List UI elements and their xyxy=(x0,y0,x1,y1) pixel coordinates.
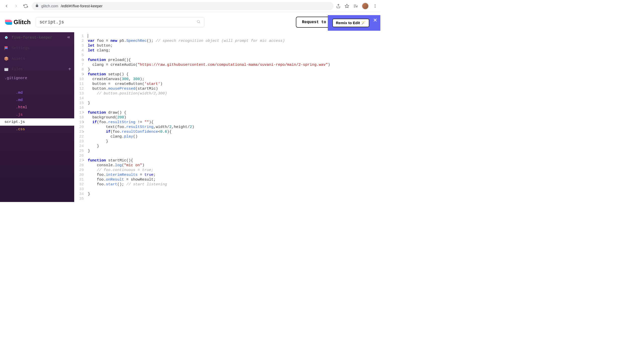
svg-rect-14 xyxy=(5,48,8,49)
add-file-button[interactable]: + xyxy=(68,66,71,72)
svg-rect-17 xyxy=(5,68,8,69)
code-line[interactable]: } xyxy=(88,144,380,149)
code-line[interactable]: foo.start(); // start listening xyxy=(88,182,380,187)
line-number: 30 xyxy=(74,173,84,177)
line-number: 9▾ xyxy=(74,72,84,77)
sidebar-item-assets[interactable]: Assets xyxy=(0,53,74,64)
search-icon xyxy=(196,20,200,25)
playlist-icon[interactable] xyxy=(353,4,358,8)
code-line[interactable]: foo.interimResults = true; xyxy=(88,173,380,177)
sidebar-item-settings[interactable]: Settings xyxy=(0,43,74,53)
browser-actions xyxy=(336,3,377,10)
code-line[interactable]: background(200) xyxy=(88,115,380,120)
svg-marker-0 xyxy=(345,4,349,8)
code-line[interactable]: // foo.continuous = true; xyxy=(88,168,380,173)
code-line[interactable] xyxy=(88,106,380,110)
code-line[interactable]: button.mousePressed(startMic) xyxy=(88,86,380,91)
app-header: Glitch Request to Join ⚡ Remix Remix to … xyxy=(0,12,380,32)
line-number: 34 xyxy=(74,192,84,196)
code-line[interactable]: if(foo.resultConfidence<0.6){ xyxy=(88,129,380,134)
file-item[interactable]: .css xyxy=(0,126,74,133)
line-number: 11 xyxy=(74,82,84,86)
code-line[interactable]: createCanvas(300, 300); xyxy=(88,77,380,82)
line-number: 24 xyxy=(74,144,84,149)
code-line[interactable]: if(foo.resultString != ""){ xyxy=(88,120,380,125)
line-number: 25 xyxy=(74,149,84,153)
project-name-row[interactable]: five-forest-keeper xyxy=(0,32,74,43)
main: five-forest-keeper Settings Assets Files… xyxy=(0,32,380,202)
collapse-sidebar-button[interactable] xyxy=(66,34,72,40)
menu-icon[interactable] xyxy=(373,4,377,8)
code-line[interactable] xyxy=(88,34,380,39)
close-icon[interactable]: ✕ xyxy=(373,17,377,23)
fold-icon[interactable]: ▾ xyxy=(83,129,84,134)
code-line[interactable]: console.log("mic on") xyxy=(88,163,380,168)
line-number: 23 xyxy=(74,139,84,144)
code-line[interactable] xyxy=(88,96,380,101)
code-line[interactable]: clang.play() xyxy=(88,134,380,139)
reload-button[interactable] xyxy=(22,3,29,10)
code-line[interactable]: clang = createAudio("https://raw.githubu… xyxy=(88,62,380,67)
file-item[interactable] xyxy=(0,82,74,89)
file-item[interactable]: .js xyxy=(0,111,74,118)
code-editor[interactable]: 123456▾789▾1011121314151617▾1819▾2021▾22… xyxy=(74,32,380,202)
code-line[interactable]: text(foo.resultString,width/2,height/2) xyxy=(88,125,380,129)
code-line[interactable]: } xyxy=(88,101,380,106)
line-number: 29 xyxy=(74,168,84,173)
svg-rect-15 xyxy=(5,46,5,50)
fold-icon[interactable]: ▾ xyxy=(83,158,84,163)
code-line[interactable]: foo.onResult = showResult; xyxy=(88,177,380,182)
back-button[interactable] xyxy=(3,3,10,10)
code-line[interactable] xyxy=(88,153,380,158)
code-area[interactable]: var foo = new p5.SpeechRec(); // speech … xyxy=(86,32,380,202)
glitch-logo[interactable]: Glitch xyxy=(5,19,31,26)
code-line[interactable]: function preload(){ xyxy=(88,58,380,62)
code-line[interactable]: // button.position(width/2,300) xyxy=(88,91,380,96)
code-line[interactable]: } xyxy=(88,139,380,144)
file-item[interactable]: .md xyxy=(0,96,74,104)
code-line[interactable]: } xyxy=(88,149,380,153)
browser-toolbar: glitch.com/edit/#!/five-forest-keeper xyxy=(0,0,380,12)
line-number: 32 xyxy=(74,182,84,187)
line-number: 7 xyxy=(74,62,84,67)
line-number: 26 xyxy=(74,153,84,158)
line-number: 31 xyxy=(74,177,84,182)
svg-line-9 xyxy=(199,22,200,23)
fold-icon[interactable]: ▾ xyxy=(83,110,84,115)
code-line[interactable] xyxy=(88,187,380,192)
file-search[interactable] xyxy=(36,17,204,27)
file-item[interactable]: script.js xyxy=(0,118,74,126)
share-icon[interactable] xyxy=(336,4,341,8)
line-number: 20 xyxy=(74,125,84,129)
file-search-input[interactable] xyxy=(39,20,196,25)
line-number: 18 xyxy=(74,115,84,120)
code-line[interactable]: var foo = new p5.SpeechRec(); // speech … xyxy=(88,39,380,43)
line-number: 14 xyxy=(74,96,84,101)
code-line[interactable]: function setup() { xyxy=(88,72,380,77)
code-line[interactable]: button = createButton('start') xyxy=(88,82,380,86)
svg-point-8 xyxy=(197,20,199,23)
line-number: 2 xyxy=(74,39,84,43)
code-line[interactable]: let button; xyxy=(88,43,380,48)
code-line[interactable]: function draw() { xyxy=(88,110,380,115)
code-line[interactable]: } xyxy=(88,67,380,72)
sidebar: five-forest-keeper Settings Assets Files… xyxy=(0,32,74,202)
star-icon[interactable] xyxy=(345,4,349,8)
code-line[interactable]: } xyxy=(88,192,380,196)
fold-icon[interactable]: ▾ xyxy=(83,120,84,125)
code-line[interactable]: let clang; xyxy=(88,48,380,53)
address-bar[interactable]: glitch.com/edit/#!/five-forest-keeper xyxy=(32,2,334,10)
code-line[interactable]: function startMic(){ xyxy=(88,158,380,163)
glitch-logo-icon xyxy=(5,20,12,25)
profile-avatar[interactable] xyxy=(362,3,369,10)
fold-icon[interactable]: ▾ xyxy=(83,72,84,77)
code-line[interactable] xyxy=(88,196,380,201)
code-line[interactable] xyxy=(88,53,380,58)
forward-button[interactable] xyxy=(13,3,20,10)
file-item[interactable]: .html xyxy=(0,104,74,111)
fold-icon[interactable]: ▾ xyxy=(83,58,84,62)
file-item[interactable]: .gitignore xyxy=(0,75,74,82)
remix-to-edit-button[interactable]: Remix to Edit 🪄 xyxy=(332,19,369,27)
project-name: five-forest-keeper xyxy=(12,36,52,40)
file-item[interactable]: .md xyxy=(0,89,74,96)
